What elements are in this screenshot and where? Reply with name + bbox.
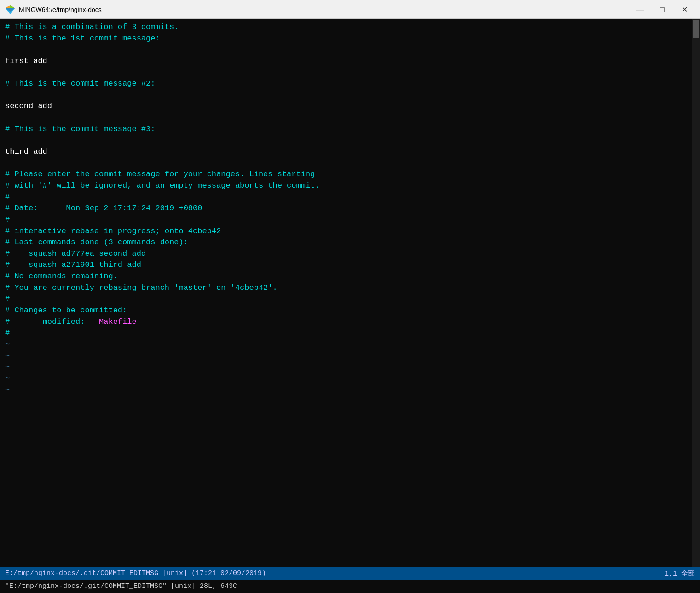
terminal-line [5,67,688,79]
title-bar: MINGW64:/e/tmp/nginx-docs — □ ✕ [0,0,700,19]
terminal-line: # This is the 1st commit message: [5,33,688,45]
vim-status-right: 1,1 全部 [665,569,695,578]
terminal-line: # This is the commit message #3: [5,124,688,135]
bottom-status-text: "E:/tmp/nginx-docs/.git/COMMIT_EDITMSG" … [5,582,237,590]
minimize-button[interactable]: — [630,2,651,17]
terminal-line: # modified: Makefile [5,317,688,328]
terminal-line [5,90,688,101]
terminal-line: second add [5,101,688,112]
terminal-line: ~ [5,362,688,373]
terminal-line [5,158,688,169]
terminal-line [5,135,688,146]
terminal-area: # This is a combination of 3 commits.# T… [0,19,700,567]
terminal-content[interactable]: # This is a combination of 3 commits.# T… [0,19,692,567]
svg-marker-3 [10,5,15,8]
terminal-line: # You are currently rebasing branch 'mas… [5,282,688,294]
terminal-line: # No commands remaining. [5,271,688,282]
terminal-line: # squash a271901 third add [5,259,688,271]
bottom-status-bar: "E:/tmp/nginx-docs/.git/COMMIT_EDITMSG" … [0,580,700,593]
terminal-line: # [5,294,688,305]
terminal-line: # [5,192,688,203]
terminal-line: # squash ad777ea second add [5,248,688,260]
terminal-line: # This is a combination of 3 commits. [5,22,688,33]
terminal-line: # This is the commit message #2: [5,78,688,90]
terminal-line: # Please enter the commit message for yo… [5,169,688,180]
vim-status-left: E:/tmp/nginx-docs/.git/COMMIT_EDITMSG [u… [5,570,665,577]
terminal-line: # Date: Mon Sep 2 17:17:24 2019 +0800 [5,203,688,214]
terminal-line: # with '#' will be ignored, and an empty… [5,180,688,192]
vim-status-bar: E:/tmp/nginx-docs/.git/COMMIT_EDITMSG [u… [0,567,700,580]
terminal-line: ~ [5,385,688,396]
terminal-line [5,112,688,124]
terminal-line [5,44,688,56]
mingw-icon [5,5,15,15]
window-title: MINGW64:/e/tmp/nginx-docs [19,6,630,13]
scrollbar-thumb[interactable] [693,20,699,38]
terminal-line: third add [5,146,688,158]
svg-marker-1 [6,8,15,14]
maximize-button[interactable]: □ [652,2,673,17]
terminal-line: ~ [5,339,688,351]
terminal-line: ~ [5,351,688,362]
terminal-line: first add [5,56,688,67]
terminal-line: ~ [5,373,688,385]
terminal-line: # [5,328,688,339]
svg-marker-2 [6,5,10,8]
close-button[interactable]: ✕ [674,2,695,17]
terminal-line: # Changes to be committed: [5,305,688,317]
window-controls: — □ ✕ [630,2,695,17]
terminal-line: # Last commands done (3 commands done): [5,237,688,248]
terminal-line: # interactive rebase in progress; onto 4… [5,226,688,237]
scrollbar[interactable] [692,19,700,567]
terminal-line: # [5,214,688,226]
window: MINGW64:/e/tmp/nginx-docs — □ ✕ # This i… [0,0,700,593]
